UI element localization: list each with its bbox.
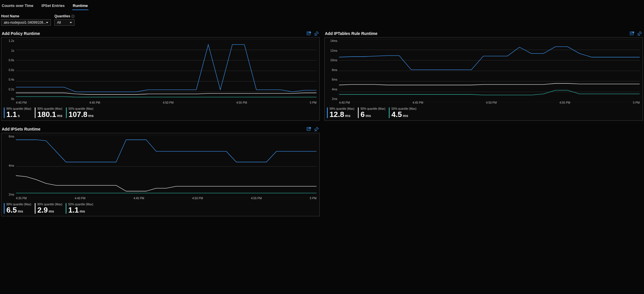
chart-svg bbox=[16, 135, 317, 198]
metric-value: 4.5ms bbox=[391, 111, 416, 118]
y-tick: 6ms bbox=[4, 135, 14, 138]
metric-color-bar bbox=[4, 203, 5, 214]
panel-actions bbox=[630, 31, 642, 36]
metric-color-bar bbox=[35, 107, 36, 118]
series-q50 bbox=[16, 96, 317, 97]
filter-row: Host Name aks-nodepool1-34099109... Quan… bbox=[0, 10, 644, 27]
y-tick: 0.4s bbox=[4, 78, 14, 81]
metric-color-bar bbox=[358, 107, 359, 118]
logs-icon[interactable] bbox=[630, 31, 635, 36]
metric-number: 107.8 bbox=[69, 111, 87, 118]
tab-runtime[interactable]: Runtime bbox=[72, 2, 88, 10]
tab-ipset-entries[interactable]: IPSet Entries bbox=[41, 2, 65, 10]
chart-frame: 14ms12ms10ms8ms6ms4ms2ms4:40 PM4:45 PM4:… bbox=[324, 37, 643, 121]
chart-plot[interactable]: 1.2s1s0.8s0.6s0.4s0.2s0s4:40 PM4:45 PM4:… bbox=[4, 39, 317, 106]
chart-grid: Add Policy Runtime1.2s1s0.8s0.6s0.4s0.2s… bbox=[0, 27, 644, 219]
filter-hostname: Host Name aks-nodepool1-34099109... bbox=[1, 14, 51, 26]
series-q50 bbox=[339, 90, 640, 95]
y-axis-labels: 6ms4ms2ms bbox=[4, 135, 15, 196]
metric-q99[interactable]: 99% quantile (Max)1.1s bbox=[4, 107, 34, 118]
metric-unit: ms bbox=[18, 209, 23, 213]
y-tick: 2ms bbox=[327, 97, 337, 101]
logs-icon[interactable] bbox=[306, 31, 312, 36]
y-tick: 1.2s bbox=[4, 39, 14, 42]
pin-icon[interactable] bbox=[637, 31, 642, 36]
series-q99 bbox=[16, 44, 317, 92]
chart-plot[interactable]: 14ms12ms10ms8ms6ms4ms2ms4:40 PM4:45 PM4:… bbox=[327, 39, 640, 106]
y-tick: 4ms bbox=[327, 88, 337, 91]
series-q99 bbox=[16, 140, 317, 162]
metric-text: 50% quantile (Max)4.5ms bbox=[391, 107, 416, 118]
metric-q90[interactable]: 90% quantile (Max)180.1ms bbox=[35, 107, 65, 118]
y-tick: 0.2s bbox=[4, 88, 14, 91]
metric-color-bar bbox=[4, 107, 5, 118]
chart-svg bbox=[16, 39, 317, 102]
y-tick: 10ms bbox=[327, 59, 337, 62]
y-tick: 2ms bbox=[4, 193, 14, 196]
tab-bar: Counts over Time IPSet Entries Runtime bbox=[0, 0, 644, 10]
metric-q90[interactable]: 90% quantile (Max)2.9ms bbox=[35, 203, 65, 214]
metric-value: 1.1s bbox=[6, 111, 31, 118]
metric-number: 12.8 bbox=[330, 111, 344, 118]
panel-actions bbox=[306, 31, 319, 36]
y-axis-labels: 1.2s1s0.8s0.6s0.4s0.2s0s bbox=[4, 39, 15, 101]
metric-value: 2.9ms bbox=[37, 206, 62, 214]
metric-text: 90% quantile (Max)180.1ms bbox=[37, 107, 62, 118]
metrics-row: 99% quantile (Max)1.1s90% quantile (Max)… bbox=[1, 106, 319, 120]
panel-title: Add IPSets Runtime bbox=[2, 127, 40, 131]
metric-q50[interactable]: 50% quantile (Max)107.8ms bbox=[66, 107, 97, 118]
panel-header: Add IPSets Runtime bbox=[1, 125, 320, 133]
metric-number: 6 bbox=[360, 111, 364, 118]
y-tick: 12ms bbox=[327, 49, 337, 52]
hostname-dropdown[interactable]: aks-nodepool1-34099109... bbox=[1, 19, 51, 26]
metric-q99[interactable]: 99% quantile (Max)12.8ms bbox=[327, 107, 357, 118]
metric-value: 1.1ms bbox=[68, 206, 93, 214]
tab-counts-over-time[interactable]: Counts over Time bbox=[1, 2, 34, 10]
panel-title: Add Policy Runtime bbox=[2, 31, 40, 36]
metric-q99[interactable]: 99% quantile (Max)6.5ms bbox=[4, 203, 34, 214]
panel-add_ipsets: Add IPSets Runtime6ms4ms2ms4:35 PM4:40 P… bbox=[1, 125, 320, 216]
chevron-down-icon bbox=[46, 22, 48, 23]
metric-color-bar bbox=[66, 107, 67, 118]
y-tick: 8ms bbox=[327, 68, 337, 72]
metric-q50[interactable]: 50% quantile (Max)1.1ms bbox=[66, 203, 96, 214]
metric-number: 1.1 bbox=[6, 111, 17, 118]
filter-quantiles: Quantiles i All bbox=[54, 14, 75, 26]
panel-add_iptables: Add IPTables Rule Runtime14ms12ms10ms8ms… bbox=[324, 30, 643, 121]
metric-value: 6ms bbox=[360, 111, 385, 118]
metric-value: 6.5ms bbox=[6, 206, 31, 214]
metric-color-bar bbox=[327, 107, 328, 118]
chart-svg bbox=[339, 39, 640, 102]
info-icon[interactable]: i bbox=[71, 15, 75, 18]
chevron-down-icon bbox=[70, 22, 72, 23]
panel-header: Add Policy Runtime bbox=[1, 30, 320, 37]
quantiles-dropdown-value: All bbox=[57, 21, 61, 25]
panel-actions bbox=[306, 126, 319, 132]
hostname-dropdown-value: aks-nodepool1-34099109... bbox=[4, 21, 46, 25]
quantiles-dropdown[interactable]: All bbox=[54, 19, 75, 26]
metric-value: 12.8ms bbox=[330, 111, 354, 118]
metric-number: 180.1 bbox=[37, 111, 56, 118]
metric-text: 50% quantile (Max)1.1ms bbox=[68, 203, 93, 214]
metric-value: 180.1ms bbox=[37, 111, 62, 118]
metric-number: 6.5 bbox=[6, 206, 17, 214]
pin-icon[interactable] bbox=[314, 31, 319, 36]
series-q90 bbox=[16, 176, 317, 191]
metric-q50[interactable]: 50% quantile (Max)4.5ms bbox=[389, 107, 419, 118]
metric-q90[interactable]: 90% quantile (Max)6ms bbox=[358, 107, 388, 118]
filter-quantiles-label: Quantiles i bbox=[54, 14, 75, 18]
series-q90 bbox=[339, 83, 640, 85]
series-q99 bbox=[339, 46, 640, 70]
y-tick: 14ms bbox=[327, 39, 337, 42]
metric-color-bar bbox=[66, 203, 66, 214]
y-tick: 4ms bbox=[4, 164, 14, 167]
logs-icon[interactable] bbox=[306, 126, 312, 132]
y-tick: 0.8s bbox=[4, 59, 14, 62]
metric-number: 1.1 bbox=[68, 206, 79, 214]
chart-plot[interactable]: 6ms4ms2ms4:35 PM4:40 PM4:45 PM4:50 PM4:5… bbox=[4, 135, 317, 201]
metric-text: 90% quantile (Max)2.9ms bbox=[37, 203, 62, 214]
y-tick: 0.6s bbox=[4, 68, 14, 72]
metric-text: 99% quantile (Max)6.5ms bbox=[6, 203, 31, 214]
pin-icon[interactable] bbox=[314, 126, 319, 132]
y-tick: 0s bbox=[4, 97, 14, 101]
